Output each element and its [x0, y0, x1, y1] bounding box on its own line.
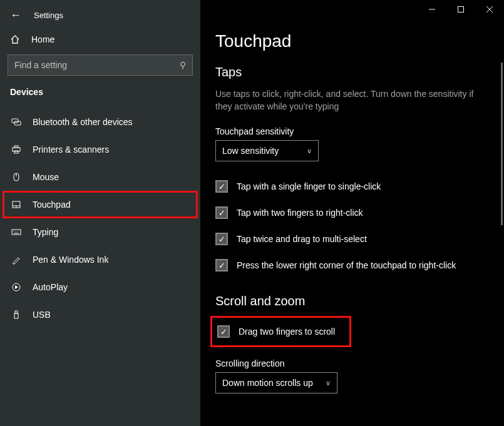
taps-description: Use taps to click, right-click, and sele… [215, 88, 485, 113]
taps-heading: Taps [215, 65, 489, 79]
sensitivity-label: Touchpad sensitivity [215, 126, 489, 136]
main-content: Touchpad Taps Use taps to click, right-c… [200, 0, 504, 426]
sidebar-item-label: Printers & scanners [33, 145, 109, 155]
sensitivity-value: Low sensitivity [222, 146, 279, 156]
section-label: Devices [0, 87, 200, 104]
checkbox-icon[interactable]: ✓ [215, 206, 228, 219]
usb-icon [11, 310, 23, 320]
svg-rect-0 [12, 119, 18, 123]
svg-rect-1 [14, 121, 21, 125]
check-tap-two[interactable]: ✓ Tap with two fingers to right-click [215, 206, 489, 219]
direction-label: Scrolling direction [215, 358, 489, 368]
sidebar-item-label: AutoPlay [33, 282, 68, 292]
checkbox-icon[interactable]: ✓ [215, 180, 228, 193]
sidebar-item-label: Pen & Windows Ink [33, 255, 108, 265]
sidebar-item-label: Touchpad [33, 200, 71, 210]
svg-rect-17 [14, 313, 18, 318]
svg-rect-16 [15, 311, 18, 313]
sidebar-item-mouse[interactable]: Mouse [3, 163, 198, 191]
check-corner-click[interactable]: ✓ Press the lower right corner of the to… [215, 259, 489, 271]
printer-icon [11, 145, 23, 155]
sidebar-item-printers[interactable]: Printers & scanners [3, 136, 198, 163]
sidebar-item-label: USB [33, 310, 51, 320]
sidebar-item-label: Bluetooth & other devices [33, 117, 133, 127]
window-controls [418, 0, 504, 19]
check-label: Tap with two fingers to right-click [237, 208, 363, 218]
sidebar-item-autoplay[interactable]: AutoPlay [3, 273, 198, 301]
touchpad-icon [11, 200, 23, 210]
sensitivity-dropdown[interactable]: Low sensitivity ∨ [215, 140, 319, 161]
search-icon: ⚲ [180, 60, 186, 70]
highlight-box: ✓ Drag two fingers to scroll [210, 316, 351, 347]
maximize-button[interactable] [446, 0, 475, 19]
check-tap-single[interactable]: ✓ Tap with a single finger to single-cli… [215, 180, 489, 193]
checkbox-icon[interactable]: ✓ [215, 233, 228, 245]
search-input[interactable] [14, 60, 169, 70]
sidebar-item-label: Typing [33, 227, 58, 237]
direction-value: Down motion scrolls up [222, 378, 313, 388]
svg-point-12 [16, 231, 16, 232]
home-label: Home [31, 34, 54, 44]
pen-icon [11, 255, 23, 265]
nav-list: Bluetooth & other devices Printers & sca… [0, 104, 200, 328]
check-label: Tap with a single finger to single-click [237, 181, 381, 191]
back-icon[interactable]: ← [10, 9, 21, 22]
svg-point-11 [14, 231, 14, 232]
home-link[interactable]: Home [0, 28, 200, 51]
sidebar-item-label: Mouse [33, 172, 59, 182]
check-label: Press the lower right corner of the touc… [237, 260, 456, 270]
app-title: Settings [34, 11, 63, 20]
chevron-down-icon: ∨ [326, 379, 331, 387]
home-icon [10, 34, 21, 44]
sidebar-item-bluetooth[interactable]: Bluetooth & other devices [3, 108, 198, 136]
close-button[interactable] [475, 0, 504, 19]
mouse-icon [11, 172, 23, 182]
sidebar-item-touchpad[interactable]: Touchpad [3, 191, 198, 218]
keyboard-icon [11, 227, 23, 237]
search-input-wrap[interactable]: ⚲ [8, 54, 193, 76]
check-label: Tap twice and drag to multi-select [237, 234, 367, 244]
sidebar: ← Settings Home ⚲ Devices Bluetooth & ot… [0, 0, 200, 426]
direction-dropdown[interactable]: Down motion scrolls up ∨ [215, 372, 337, 393]
autoplay-icon [11, 282, 23, 292]
scrollbar[interactable] [501, 63, 503, 225]
checkbox-icon[interactable]: ✓ [215, 259, 228, 271]
svg-rect-3 [14, 146, 18, 148]
sidebar-item-pen[interactable]: Pen & Windows Ink [3, 246, 198, 273]
svg-rect-10 [12, 230, 21, 235]
svg-rect-19 [458, 7, 464, 13]
scroll-heading: Scroll and zoom [215, 294, 489, 308]
sidebar-item-typing[interactable]: Typing [3, 218, 198, 246]
sidebar-item-usb[interactable]: USB [3, 301, 198, 328]
check-tap-drag[interactable]: ✓ Tap twice and drag to multi-select [215, 233, 489, 245]
checkbox-icon[interactable]: ✓ [217, 325, 230, 338]
minimize-button[interactable] [418, 0, 446, 19]
check-drag-scroll[interactable]: ✓ Drag two fingers to scroll [217, 325, 335, 338]
svg-point-13 [18, 231, 18, 232]
chevron-down-icon: ∨ [307, 147, 312, 155]
bluetooth-icon [11, 117, 23, 127]
check-label: Drag two fingers to scroll [239, 327, 335, 337]
